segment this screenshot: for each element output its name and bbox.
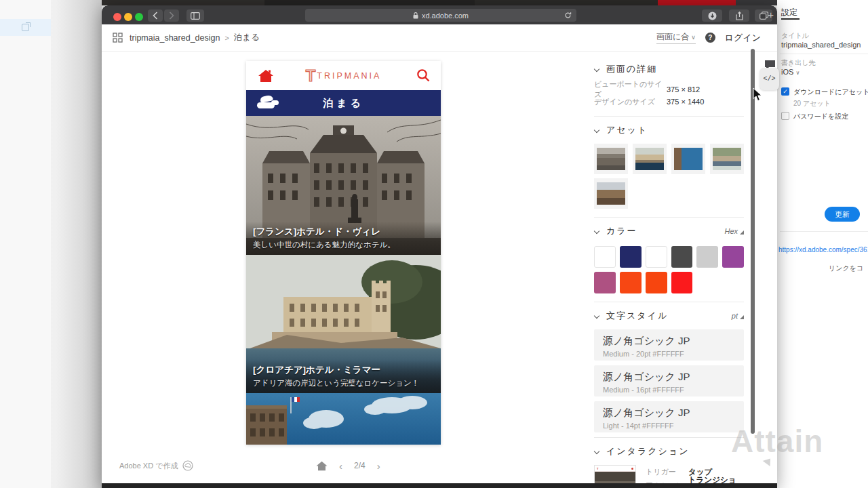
spec-panel: 画面の詳細 ビューポートのサイズ 375 × 812 デザインのサイズ 375 … bbox=[585, 52, 753, 488]
color-swatch[interactable] bbox=[594, 246, 616, 268]
corner-triangle-icon bbox=[740, 315, 744, 319]
close-window-button[interactable] bbox=[113, 13, 121, 21]
logo-text: TRIPMANIA bbox=[317, 71, 381, 81]
external-link-icon bbox=[22, 24, 29, 31]
photo-caption: [クロアチア]ホテル・ミラマー アドリア海の岸辺という完璧なロケーション！ bbox=[246, 360, 441, 393]
color-swatch[interactable] bbox=[671, 272, 693, 293]
share-settings-window: 設定 タイトル tripmaia_shared_design 書き出し先 iOS… bbox=[777, 0, 868, 488]
text-style-card[interactable]: 源ノ角ゴシック JP Medium - 16pt #FFFFFF bbox=[594, 365, 744, 396]
hotel-subtitle: アドリア海の岸辺という完璧なロケーション！ bbox=[253, 378, 434, 388]
tab-underline bbox=[781, 18, 800, 20]
password-checkbox[interactable] bbox=[781, 112, 789, 120]
made-with-label: Adobe XD で作成 bbox=[119, 461, 178, 471]
viewer-topbar: tripmaia_shared_design > 泊まる 画面に合∨ ? ログイ… bbox=[102, 24, 777, 52]
text-style-card[interactable]: 源ノ角ゴシック JP Light - 14pt #FFFFFF bbox=[594, 401, 744, 432]
tab-settings[interactable]: 設定 bbox=[781, 7, 797, 18]
chevron-down-icon bbox=[594, 449, 599, 454]
section-interactions[interactable]: インタラクション bbox=[594, 446, 744, 457]
minimize-window-button[interactable] bbox=[124, 13, 132, 21]
lakeside-hotel-photo bbox=[713, 148, 741, 170]
chevron-down-icon bbox=[594, 127, 599, 133]
bed-icon bbox=[256, 95, 279, 111]
window-bottom-strip bbox=[102, 483, 777, 488]
sidebar-toggle-button[interactable] bbox=[186, 9, 204, 22]
page-indicator: 2/4 bbox=[354, 461, 366, 470]
section-title: 文字スタイル bbox=[606, 310, 668, 322]
photo-caption: [フランス]ホテル・ド・ヴィレ 美しい中世の村にある魅力的なホテル。 bbox=[246, 222, 441, 255]
color-swatch[interactable] bbox=[594, 272, 616, 293]
color-swatches bbox=[594, 246, 744, 293]
update-button[interactable]: 更新 bbox=[825, 207, 860, 222]
asset-thumbnail[interactable] bbox=[594, 144, 628, 174]
color-swatch[interactable] bbox=[646, 246, 667, 268]
color-swatch[interactable] bbox=[620, 246, 642, 268]
export-target-dropdown[interactable]: iOS ∨ bbox=[781, 68, 800, 76]
divider bbox=[780, 54, 868, 54]
forward-button[interactable] bbox=[164, 9, 179, 22]
sidebar-icon bbox=[191, 12, 200, 20]
made-with-xd: Adobe XD で作成 bbox=[119, 460, 193, 471]
section-assets[interactable]: アセット bbox=[594, 125, 744, 136]
panel-scrollbar[interactable] bbox=[751, 49, 755, 434]
breadcrumb-page: 泊まる bbox=[234, 32, 260, 43]
share-button[interactable] bbox=[729, 9, 749, 22]
zoom-fit-dropdown[interactable]: 画面に合∨ bbox=[656, 31, 696, 44]
color-swatch[interactable] bbox=[620, 272, 642, 293]
zoom-window-button[interactable] bbox=[135, 13, 143, 21]
text-style-card[interactable]: 源ノ角ゴシック JP Medium - 20pt #FFFFFF bbox=[594, 329, 744, 361]
detail-row: ビューポートのサイズ 375 × 812 bbox=[594, 83, 744, 96]
download-icon bbox=[708, 12, 717, 20]
divider bbox=[594, 116, 744, 117]
new-tab-button[interactable]: + bbox=[768, 9, 774, 20]
viewer-footer: Adobe XD で作成 ‹ 2/4 › bbox=[102, 455, 576, 476]
back-button[interactable] bbox=[148, 9, 163, 22]
mouse-cursor bbox=[753, 87, 763, 102]
include-assets-checkbox[interactable]: ✓ bbox=[781, 87, 789, 96]
artboard-grid-icon[interactable] bbox=[113, 33, 123, 43]
section-title: インタラクション bbox=[606, 445, 689, 458]
asset-thumbnail[interactable] bbox=[710, 144, 744, 174]
breadcrumb-project[interactable]: tripmaia_shared_design bbox=[130, 33, 220, 43]
app-logo: T TRIPMANIA bbox=[246, 61, 441, 90]
chevron-down-icon: ∨ bbox=[795, 70, 800, 76]
asset-thumbnail[interactable] bbox=[671, 144, 705, 174]
background-selected-row[interactable] bbox=[0, 19, 51, 36]
spec-link[interactable]: https://xd.adobe.com/spec/3613b1 bbox=[778, 246, 868, 253]
sky-tower-photo bbox=[674, 148, 703, 170]
section-screen-details[interactable]: 画面の詳細 bbox=[594, 64, 744, 75]
hotel-card-croatia[interactable]: [クロアチア]ホテル・ミラマー アドリア海の岸辺という完璧なロケーション！ bbox=[246, 255, 441, 393]
color-swatch[interactable] bbox=[646, 272, 667, 293]
title-value[interactable]: tripmaia_shared_design bbox=[781, 41, 861, 49]
address-bar[interactable]: xd.adobe.com bbox=[305, 9, 576, 22]
background-app-panel bbox=[0, 0, 51, 488]
detail-value: 375 × 812 bbox=[667, 85, 700, 94]
prev-page-button[interactable]: ‹ bbox=[339, 460, 342, 472]
color-swatch[interactable] bbox=[671, 246, 693, 268]
interaction-label: トリガー bbox=[646, 467, 688, 477]
hotel-title: [フランス]ホテル・ド・ヴィレ bbox=[253, 226, 434, 238]
color-swatch[interactable] bbox=[722, 246, 744, 268]
asset-thumbnail[interactable] bbox=[594, 178, 628, 209]
browser-chrome: xd.adobe.com + bbox=[102, 5, 777, 24]
hotel-card-france[interactable]: [フランス]ホテル・ド・ヴィレ 美しい中世の村にある魅力的なホテル。 bbox=[246, 116, 441, 255]
downloads-button[interactable] bbox=[702, 9, 722, 22]
section-title: アセット bbox=[606, 124, 648, 136]
text-unit-dropdown[interactable]: pt bbox=[732, 312, 744, 320]
color-unit-dropdown[interactable]: Hex bbox=[724, 227, 744, 235]
section-text-styles[interactable]: 文字スタイル pt bbox=[594, 310, 744, 321]
search-icon[interactable] bbox=[416, 68, 430, 82]
asset-thumbnail[interactable] bbox=[633, 144, 667, 174]
next-page-button[interactable]: › bbox=[377, 460, 380, 472]
reload-button[interactable] bbox=[564, 12, 572, 19]
help-button[interactable]: ? bbox=[705, 33, 715, 43]
home-button-icon[interactable] bbox=[316, 461, 328, 471]
creative-cloud-icon bbox=[182, 460, 193, 471]
section-colors[interactable]: カラー Hex bbox=[594, 226, 744, 237]
section-banner: 泊まる bbox=[246, 90, 441, 116]
asset-grid bbox=[594, 144, 744, 209]
login-button[interactable]: ログイン bbox=[725, 32, 761, 44]
color-swatch[interactable] bbox=[696, 246, 718, 268]
copy-link-button[interactable]: リンクをコ bbox=[829, 264, 863, 273]
next-card-peek[interactable] bbox=[246, 393, 441, 445]
hotel-title: [クロアチア]ホテル・ミラマー bbox=[253, 364, 434, 376]
